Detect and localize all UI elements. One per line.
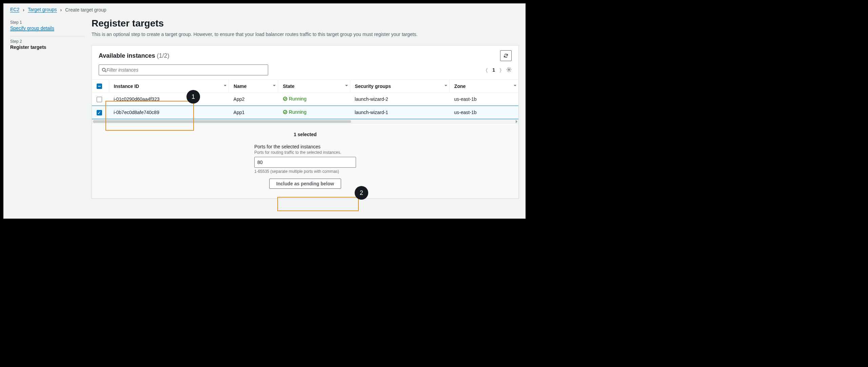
step-label: Step 2 xyxy=(10,39,85,44)
cell-instance-id: i-0b7ec0d8afe740c89 xyxy=(109,106,229,119)
cell-instance-id: i-01c0290d60aa4f323 xyxy=(109,93,229,106)
chevron-right-icon: › xyxy=(23,7,24,13)
scroll-right-icon xyxy=(516,120,519,123)
column-header-security-groups[interactable]: Security groups xyxy=(350,80,449,93)
breadcrumb-link-ec2[interactable]: EC2 xyxy=(10,7,19,13)
divider xyxy=(10,36,85,36)
status-ok-icon xyxy=(283,110,288,114)
cell-state: Running xyxy=(278,93,350,106)
annotation-box xyxy=(277,197,359,211)
panel-title-text: Available instances xyxy=(99,52,155,59)
panel-title: Available instances (1/2) xyxy=(99,52,169,59)
ports-label: Ports for the selected instances xyxy=(254,144,356,149)
gear-icon xyxy=(506,67,512,72)
breadcrumb: EC2 › Target groups › Create target grou… xyxy=(3,3,526,15)
page-number: 1 xyxy=(492,67,495,73)
refresh-icon xyxy=(503,53,509,58)
step-link-specify-group-details[interactable]: Specify group details xyxy=(10,25,54,31)
table-row[interactable]: ✓ i-0b7ec0d8afe740c89 App1 Running launc… xyxy=(92,106,518,119)
panel-title-count: (1/2) xyxy=(157,52,169,59)
svg-line-1 xyxy=(105,71,106,72)
scrollbar-thumb[interactable] xyxy=(93,120,351,123)
row-checkbox[interactable]: ✓ xyxy=(97,110,102,115)
breadcrumb-link-target-groups[interactable]: Target groups xyxy=(28,7,57,13)
page-description: This is an optional step to create a tar… xyxy=(92,32,519,37)
include-as-pending-button[interactable]: Include as pending below xyxy=(269,179,341,189)
cell-name: App1 xyxy=(229,106,278,119)
cell-state: Running xyxy=(278,106,350,119)
available-instances-panel: Available instances (1/2) 〈 1 xyxy=(92,45,519,199)
cell-security-groups: launch-wizard-1 xyxy=(350,106,449,119)
next-page-button[interactable]: 〉 xyxy=(500,67,501,73)
row-checkbox[interactable] xyxy=(97,97,102,102)
cell-name: App2 xyxy=(229,93,278,106)
column-header-name[interactable]: Name xyxy=(229,80,278,93)
chevron-right-icon: › xyxy=(60,7,62,13)
ports-input[interactable] xyxy=(254,157,356,168)
status-ok-icon xyxy=(283,96,288,101)
svg-point-2 xyxy=(508,69,510,70)
column-header-state[interactable]: State xyxy=(278,80,350,93)
selected-count: 1 selected xyxy=(99,132,512,137)
pagination: 〈 1 〉 xyxy=(486,67,512,73)
breadcrumb-current: Create target group xyxy=(65,7,106,13)
filter-input-wrapper[interactable] xyxy=(99,65,268,75)
select-all-checkbox[interactable] xyxy=(97,84,102,89)
cell-zone: us-east-1b xyxy=(449,106,518,119)
ports-hint: Ports for routing traffic to the selecte… xyxy=(254,150,356,155)
step-active-register-targets: Register targets xyxy=(10,44,85,50)
column-header-instance-id[interactable]: Instance ID xyxy=(109,80,229,93)
svg-point-0 xyxy=(102,68,105,71)
refresh-button[interactable] xyxy=(500,50,512,61)
step-label: Step 1 xyxy=(10,20,85,25)
ports-range-hint: 1-65535 (separate multiple ports with co… xyxy=(254,169,356,174)
cell-zone: us-east-1b xyxy=(449,93,518,106)
horizontal-scrollbar[interactable] xyxy=(92,119,518,123)
table-row[interactable]: i-01c0290d60aa4f323 App2 Running launch-… xyxy=(92,93,518,106)
prev-page-button[interactable]: 〈 xyxy=(486,67,488,73)
wizard-steps-sidebar: Step 1 Specify group details Step 2 Regi… xyxy=(3,15,92,199)
filter-instances-input[interactable] xyxy=(106,67,265,73)
column-header-zone[interactable]: Zone xyxy=(449,80,518,93)
settings-button[interactable] xyxy=(506,67,512,73)
instances-table: Instance ID Name State Security groups Z… xyxy=(92,79,518,119)
page-title: Register targets xyxy=(92,18,519,29)
cell-security-groups: launch-wizard-2 xyxy=(350,93,449,106)
search-icon xyxy=(102,68,106,72)
